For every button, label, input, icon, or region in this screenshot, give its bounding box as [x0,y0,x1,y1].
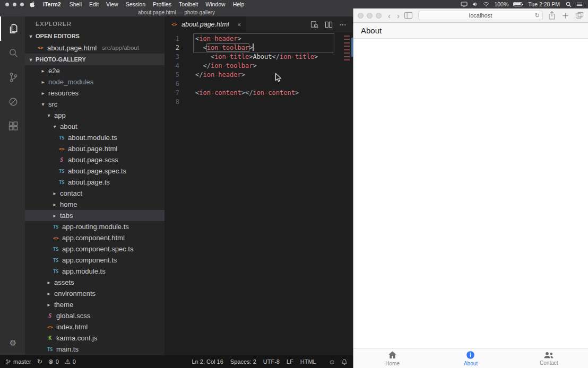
code-editor[interactable]: 12345678 <ion-header> <ion-toolbar> <ion… [165,32,353,355]
chevron-right-icon[interactable]: ▸ [51,190,58,196]
tree-file-index.html[interactable]: <>index.html [25,321,165,332]
zoom-window-button[interactable] [376,13,382,19]
chevron-down-icon[interactable]: ▾ [40,101,46,107]
volume-icon[interactable] [472,2,478,7]
tree-file-app-routing.module.ts[interactable]: TSapp-routing.module.ts [25,221,165,232]
branch-indicator[interactable]: master [5,358,31,365]
source-control-activity-icon[interactable] [0,65,25,90]
search-activity-icon[interactable] [0,41,25,65]
chevron-right-icon[interactable]: ▸ [51,213,58,218]
tree-file-about.page.spec.ts[interactable]: TSabout.page.spec.ts [25,165,165,177]
tree-file-karma.conf.js[interactable]: Kkarma.conf.js [25,332,165,344]
tree-file-about.module.ts[interactable]: TSabout.module.ts [25,132,165,143]
new-tab-icon[interactable] [562,12,569,19]
tree-folder-node_modules[interactable]: ▸node_modules [25,76,165,87]
vscode-titlebar[interactable]: about.page.html — photo-gallery [0,8,353,16]
chevron-down-icon[interactable]: ▾ [51,124,58,129]
menu-toolbelt[interactable]: Toolbelt [175,1,202,7]
tree-file-app.module.ts[interactable]: TSapp.module.ts [25,266,165,277]
debug-activity-icon[interactable] [0,90,25,114]
extensions-activity-icon[interactable] [0,114,25,138]
menu-view[interactable]: View [102,1,122,7]
chevron-right-icon[interactable]: ▸ [40,79,46,85]
address-bar[interactable]: localhost ↻ [418,11,543,20]
apple-menu-icon[interactable] [30,1,35,7]
open-preview-icon[interactable] [310,21,318,29]
statusbar-item[interactable]: Spaces: 2 [230,358,256,365]
tab-contact[interactable]: Contact [510,348,588,368]
display-status-icon[interactable] [461,2,468,7]
sidebar-toggle-icon[interactable] [404,12,413,19]
sync-icon[interactable]: ↻ [37,358,42,365]
menu-shell[interactable]: Shell [66,1,85,7]
tree-file-app.component.html[interactable]: <>app.component.html [25,232,165,243]
chevron-right-icon[interactable]: ▸ [46,279,52,285]
error-indicator[interactable]: ⊗ 0 [48,358,59,365]
chevron-right-icon[interactable]: ▸ [46,302,52,308]
tab-about[interactable]: About [431,348,509,368]
refresh-icon[interactable]: ↻ [535,12,540,19]
menu-app-name[interactable]: iTerm2 [39,1,65,7]
menu-edit[interactable]: Edit [85,1,102,7]
tree-file-global.scss[interactable]: Sglobal.scss [25,310,165,321]
tree-file-main.ts[interactable]: TSmain.ts [25,344,165,355]
gear-icon[interactable]: ⚙ [0,331,25,355]
open-editors-header[interactable]: ▾ OPEN EDITORS [25,30,165,42]
chevron-down-icon[interactable]: ▾ [46,112,52,118]
tree-folder-resources[interactable]: ▸resources [25,87,165,99]
forward-button[interactable]: › [397,11,400,20]
tab-overview-icon[interactable] [575,12,584,19]
close-window-button[interactable] [358,13,364,19]
tree-folder-src[interactable]: ▾src [25,99,165,110]
statusbar-item[interactable]: LF [287,358,293,365]
tree-file-about.page.scss[interactable]: Sabout.page.scss [25,154,165,165]
chevron-right-icon[interactable]: ▸ [40,90,46,96]
battery-icon[interactable] [513,2,522,6]
tree-file-app.component.spec.ts[interactable]: TSapp.component.spec.ts [25,243,165,255]
menu-session[interactable]: Session [122,1,149,7]
wifi-icon[interactable] [483,2,489,7]
minimize-window-button[interactable] [367,13,373,19]
chevron-right-icon[interactable]: ▸ [51,201,58,207]
notification-center-icon[interactable] [576,2,583,7]
more-actions-icon[interactable]: ⋯ [339,20,347,29]
tab-about-page-html[interactable]: <> about.page.html × [165,16,246,32]
window-dot[interactable] [13,3,16,6]
menubar-clock[interactable]: Tue 2:28 PM [527,1,561,7]
open-editor-item[interactable]: <> about.page.html src/app/about [25,42,165,54]
menu-window[interactable]: Window [202,1,229,7]
tree-folder-e2e[interactable]: ▸e2e [25,65,165,76]
minimap[interactable] [344,32,351,355]
window-dot[interactable] [5,3,9,6]
tree-folder-home[interactable]: ▸home [25,199,165,210]
tree-file-app.component.ts[interactable]: TSapp.component.ts [25,255,165,266]
tree-file-about.page.html[interactable]: <>about.page.html [25,143,165,154]
statusbar-item[interactable]: UTF-8 [263,358,280,365]
tree-file-about.page.ts[interactable]: TSabout.page.ts [25,177,165,188]
statusbar-item[interactable]: Ln 2, Col 16 [192,358,223,365]
explorer-activity-icon[interactable] [0,16,25,41]
tab-home[interactable]: Home [353,348,431,368]
chevron-right-icon[interactable]: ▸ [40,68,46,74]
window-dot[interactable] [20,3,24,6]
back-button[interactable]: ‹ [388,11,391,20]
tree-folder-assets[interactable]: ▸assets [25,277,165,288]
project-section-header[interactable]: ▾ PHOTO-GALLERY [25,54,165,65]
spotlight-search-icon[interactable] [566,2,572,7]
chevron-right-icon[interactable]: ▸ [46,291,52,296]
tree-folder-contact[interactable]: ▸contact [25,188,165,199]
share-icon[interactable] [548,11,556,20]
tree-folder-app[interactable]: ▾app [25,110,165,121]
tree-folder-theme[interactable]: ▸theme [25,299,165,310]
tree-folder-environments[interactable]: ▸environments [25,288,165,299]
menu-help[interactable]: Help [229,1,248,7]
tree-folder-about[interactable]: ▾about [25,121,165,132]
tree-folder-tabs[interactable]: ▸tabs [25,210,165,221]
warning-indicator[interactable]: ⚠ 0 [65,358,76,365]
split-editor-icon[interactable] [325,21,333,29]
feedback-smiley-icon[interactable]: ☺ [328,358,335,366]
close-icon[interactable]: × [237,21,241,29]
statusbar-item[interactable]: HTML [300,358,316,365]
bell-icon[interactable] [341,358,348,365]
menu-profiles[interactable]: Profiles [149,1,175,7]
